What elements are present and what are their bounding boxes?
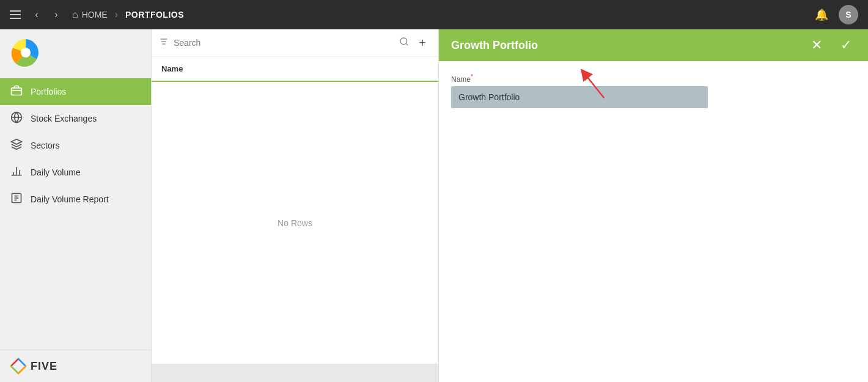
- content-area: + Name No Rows: [152, 29, 868, 382]
- home-nav[interactable]: ⌂ HOME: [72, 9, 108, 20]
- sidebar-item-stock-exchanges[interactable]: Stock Exchanges: [0, 105, 151, 132]
- close-button[interactable]: ✕: [807, 35, 826, 55]
- notifications-bell[interactable]: 🔔: [812, 5, 831, 24]
- report-icon: [10, 192, 23, 207]
- filter-icon: [159, 37, 169, 49]
- breadcrumb-separator: ›: [115, 9, 118, 20]
- sidebar-footer: FIVE: [0, 350, 151, 382]
- sidebar-item-portfolios[interactable]: Portfolios: [0, 78, 151, 105]
- search-bar: +: [152, 29, 438, 57]
- detail-panel-body: Name*: [439, 61, 868, 382]
- app-root: ‹ › ⌂ HOME › PORTFOLIOS 🔔 S: [0, 0, 868, 382]
- list-panel-body: No Rows: [152, 82, 438, 364]
- svg-point-21: [400, 38, 407, 45]
- detail-panel-header: Growth Portfolio ✕ ✓: [439, 29, 868, 61]
- name-field-input[interactable]: [451, 86, 708, 108]
- sidebar: Portfolios Stock Exchanges: [0, 29, 152, 382]
- sector-icon: [10, 138, 23, 153]
- five-brand-name: FIVE: [31, 360, 57, 373]
- sidebar-item-sectors[interactable]: Sectors: [0, 132, 151, 159]
- sidebar-logo: [0, 29, 151, 78]
- sidebar-item-label-daily-volume: Daily Volume: [31, 167, 81, 177]
- app-logo: [10, 37, 42, 68]
- detail-panel: Growth Portfolio ✕ ✓ Name*: [439, 29, 868, 382]
- add-button[interactable]: +: [414, 34, 431, 51]
- five-logo: FIVE: [10, 358, 57, 375]
- name-field-label: Name*: [451, 73, 856, 84]
- svg-line-15: [18, 359, 26, 366]
- top-nav: ‹ › ⌂ HOME › PORTFOLIOS 🔔 S: [0, 0, 868, 29]
- five-logo-icon: [10, 358, 27, 375]
- svg-rect-2: [12, 87, 22, 95]
- svg-line-14: [11, 359, 18, 366]
- chart-icon: [10, 165, 23, 180]
- detail-panel-title: Growth Portfolio: [451, 39, 807, 52]
- forward-button[interactable]: ›: [48, 6, 65, 23]
- sidebar-item-label-sectors: Sectors: [31, 141, 59, 150]
- sidebar-item-daily-volume-report[interactable]: Daily Volume Report: [0, 186, 151, 213]
- svg-line-22: [406, 43, 408, 45]
- search-input[interactable]: [174, 38, 394, 48]
- main-layout: Portfolios Stock Exchanges: [0, 29, 868, 382]
- list-column-header: Name: [152, 57, 438, 82]
- sidebar-item-label-stock-exchanges: Stock Exchanges: [31, 114, 97, 123]
- list-panel-footer: [152, 364, 438, 382]
- home-label: HOME: [82, 10, 108, 20]
- hamburger-menu[interactable]: [10, 10, 21, 19]
- svg-line-17: [18, 366, 26, 373]
- user-avatar[interactable]: S: [839, 5, 858, 24]
- detail-header-actions: ✕ ✓: [807, 35, 856, 55]
- no-rows-text: No Rows: [278, 218, 312, 228]
- search-icon[interactable]: [399, 37, 409, 49]
- confirm-button[interactable]: ✓: [836, 35, 856, 55]
- current-page-label: PORTFOLIOS: [125, 10, 184, 20]
- name-field-group: Name*: [451, 73, 856, 108]
- briefcase-icon: [10, 84, 23, 100]
- sidebar-nav: Portfolios Stock Exchanges: [0, 78, 151, 350]
- list-panel: + Name No Rows: [152, 29, 439, 382]
- back-button[interactable]: ‹: [28, 6, 45, 23]
- exchange-icon: [10, 111, 23, 127]
- name-column-label: Name: [161, 64, 183, 73]
- svg-point-1: [21, 48, 31, 57]
- home-icon: ⌂: [72, 9, 78, 20]
- svg-line-16: [11, 366, 18, 373]
- sidebar-item-daily-volume[interactable]: Daily Volume: [0, 159, 151, 186]
- sidebar-item-label-portfolios: Portfolios: [31, 87, 66, 97]
- sidebar-item-label-daily-volume-report: Daily Volume Report: [31, 194, 109, 204]
